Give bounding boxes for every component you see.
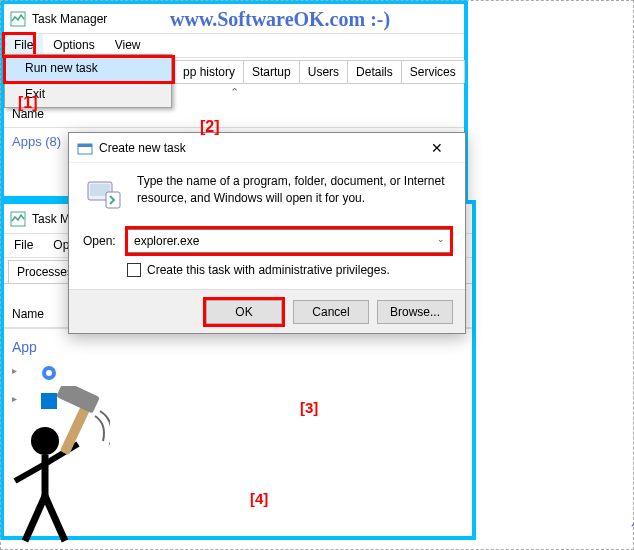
task-manager-icon [10, 11, 26, 27]
svg-point-10 [31, 427, 59, 455]
highlight-box-4: OK [203, 297, 285, 327]
create-new-task-dialog: Create new task ✕ Type the name of a pro… [68, 132, 466, 334]
chevron-right-icon[interactable]: ▸ [12, 365, 17, 381]
annotation-2: [2] [200, 118, 220, 136]
watermark-text: www.SoftwareOK.com :-) [170, 8, 390, 31]
menu-file[interactable]: File [4, 234, 43, 257]
dialog-description: Type the name of a program, folder, docu… [137, 173, 451, 207]
svg-rect-17 [56, 386, 100, 414]
app-icons-row: ▸ [4, 359, 472, 387]
annotation-4: [4] [250, 490, 268, 507]
browse-button[interactable]: Browse... [377, 300, 453, 324]
tab-app-history[interactable]: pp history [174, 60, 244, 83]
tab-services[interactable]: Services [401, 60, 465, 83]
ok-button[interactable]: OK [206, 300, 282, 324]
svg-line-14 [15, 464, 45, 481]
admin-checkbox-label: Create this task with administrative pri… [147, 263, 390, 277]
open-label: Open: [83, 234, 119, 248]
tab-details[interactable]: Details [347, 60, 402, 83]
tab-users[interactable]: Users [299, 60, 348, 83]
close-button[interactable]: ✕ [417, 140, 457, 156]
dialog-button-row: OK Cancel Browse... [69, 289, 465, 333]
admin-checkbox[interactable] [127, 263, 141, 277]
annotation-3: [3] [300, 399, 318, 416]
menu-run-new-task[interactable]: Run new task [5, 55, 171, 81]
open-input[interactable] [127, 229, 451, 253]
task-manager-icon [10, 211, 26, 227]
watermark-vertical: www.SoftwareOK.com :-) [626, 520, 634, 550]
cancel-button[interactable]: Cancel [293, 300, 369, 324]
apps-group-row[interactable]: App [4, 335, 472, 359]
tab-startup[interactable]: Startup [243, 60, 300, 83]
chrome-icon[interactable] [41, 365, 57, 381]
svg-line-13 [45, 496, 65, 541]
run-program-icon [83, 173, 125, 215]
run-dialog-icon [77, 140, 93, 156]
svg-rect-6 [78, 144, 92, 147]
annotation-1: [1] [18, 94, 38, 112]
dialog-titlebar: Create new task ✕ [69, 133, 465, 163]
window-title: Task Manager [32, 12, 107, 26]
dialog-title: Create new task [99, 141, 186, 155]
svg-line-12 [25, 496, 45, 541]
dropdown-arrow-icon[interactable]: ⌄ [437, 234, 445, 244]
hammer-figure-icon [0, 386, 110, 546]
svg-point-3 [46, 370, 52, 376]
